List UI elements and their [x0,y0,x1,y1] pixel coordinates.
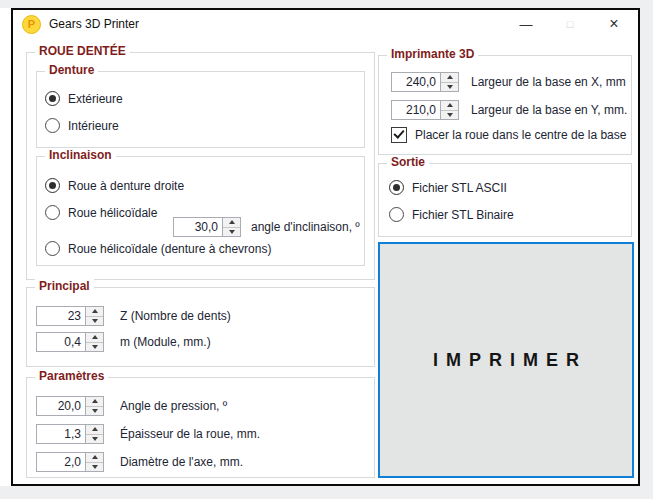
spin-up-icon[interactable] [441,101,458,111]
radio-icon [45,118,60,133]
spinner-value[interactable]: 240,0 [391,72,440,92]
window-title: Gears 3D Printer [49,17,139,31]
spinner-label: Z (Nombre de dents) [120,309,231,323]
spin-up-icon[interactable] [223,218,240,228]
module-spinner[interactable]: 0,4 [36,332,104,352]
spin-up-icon[interactable] [86,425,103,435]
spinner-label: Largeur de la base en Y, mm. [471,103,627,117]
spinner-value[interactable]: 0,4 [36,332,85,352]
base-x-spinner[interactable]: 240,0 [391,72,459,92]
spin-up-icon[interactable] [86,453,103,463]
group-denture-title: Denture [45,63,98,77]
radio-icon [45,241,60,256]
spinner-value[interactable]: 210,0 [391,100,440,120]
checkbox-icon [391,127,407,143]
radio-label: Roue hélicoïdale [68,206,157,220]
spinner-value[interactable]: 23 [36,306,85,326]
maximize-icon: □ [548,10,592,38]
spin-down-icon[interactable] [86,343,103,352]
field-module: 0,4 m (Module, mm.) [36,332,211,352]
group-principal-title: Principal [35,279,94,293]
spin-down-icon[interactable] [441,111,458,120]
field-base-x: 240,0 Largeur de la base en X, mm [391,72,626,92]
field-angle-pression: 20,0 Angle de pression, º [36,396,227,416]
titlebar: P Gears 3D Printer — □ × [13,10,638,38]
group-parametres-title: Paramètres [35,369,108,383]
field-nombre-dents: 23 Z (Nombre de dents) [36,306,231,326]
checkbox-centre-base[interactable]: Placer la roue dans le centre de la base [391,127,626,143]
spinner-value[interactable]: 30,0 [173,217,222,237]
angle-inclinaison-row: 30,0 angle d'inclinaison, º [173,217,360,237]
spinner-label: Angle de pression, º [120,399,227,413]
spin-down-icon[interactable] [86,407,103,416]
radio-icon [45,91,60,106]
radio-label: Roue hélicoïdale (denture à chevrons) [68,242,271,256]
diametre-axe-spinner[interactable]: 2,0 [36,452,104,472]
angle-pression-spinner[interactable]: 20,0 [36,396,104,416]
background-strip [0,8,11,486]
radio-icon [45,205,60,220]
field-epaisseur: 1,3 Épaisseur de la roue, mm. [36,424,260,444]
group-imprimante: Imprimante 3D 240,0 Largeur de la base e… [378,55,632,155]
spin-down-icon[interactable] [441,83,458,92]
radio-icon [45,178,60,193]
spinner-label: Épaisseur de la roue, mm. [120,427,260,441]
spin-up-icon[interactable] [86,333,103,343]
radio-icon [389,207,404,222]
radio-stl-binaire[interactable]: Fichier STL Binaire [389,207,514,222]
radio-exterieure[interactable]: Extérieure [45,91,123,106]
base-y-spinner[interactable]: 210,0 [391,100,459,120]
spin-down-icon[interactable] [86,463,103,472]
spinner-label: angle d'inclinaison, º [251,220,360,234]
group-sortie: Sortie Fichier STL ASCII Fichier STL Bin… [378,163,632,237]
app-window: P Gears 3D Printer — □ × ROUE DENTÉE Den… [0,0,653,499]
radio-label: Fichier STL ASCII [412,181,507,195]
spinner-value[interactable]: 2,0 [36,452,85,472]
checkbox-label: Placer la roue dans le centre de la base [415,128,626,142]
spin-down-icon[interactable] [223,228,240,237]
radio-label: Extérieure [68,92,123,106]
spinner-label: Largeur de la base en X, mm [471,75,626,89]
close-icon[interactable]: × [592,10,636,38]
radio-stl-ascii[interactable]: Fichier STL ASCII [389,180,507,195]
imprimer-button[interactable]: IMPRIMER [378,242,634,478]
spinner-label: m (Module, mm.) [120,335,211,349]
radio-label: Roue à denture droite [68,179,184,193]
spinner-value[interactable]: 20,0 [36,396,85,416]
spinner-value[interactable]: 1,3 [36,424,85,444]
radio-label: Intérieure [68,119,119,133]
angle-inclinaison-spinner[interactable]: 30,0 [173,217,241,237]
spin-up-icon[interactable] [441,73,458,83]
imprimer-button-label: IMPRIMER [425,350,587,371]
spin-down-icon[interactable] [86,435,103,444]
radio-interieure[interactable]: Intérieure [45,118,119,133]
radio-denture-droite[interactable]: Roue à denture droite [45,178,184,193]
nombre-dents-spinner[interactable]: 23 [36,306,104,326]
app-icon-letter: P [28,18,35,30]
group-inclinaison-title: Inclinaison [45,148,116,162]
spin-down-icon[interactable] [86,317,103,326]
spinner-label: Diamètre de l'axe, mm. [120,455,243,469]
group-principal: Principal 23 Z (Nombre de dents) 0,4 m (… [26,287,375,367]
radio-chevrons[interactable]: Roue hélicoïdale (denture à chevrons) [45,241,271,256]
minimize-icon[interactable]: — [504,10,548,38]
radio-label: Fichier STL Binaire [412,208,514,222]
group-inclinaison: Inclinaison Roue à denture droite Roue h… [36,156,365,266]
group-roue-dentee-title: ROUE DENTÉE [35,44,130,58]
group-denture: Denture Extérieure Intérieure [36,71,365,148]
radio-icon [389,180,404,195]
spin-up-icon[interactable] [86,397,103,407]
radio-helicoidale[interactable]: Roue hélicoïdale [45,205,157,220]
window-controls: — □ × [504,10,638,38]
spin-up-icon[interactable] [86,307,103,317]
field-diametre-axe: 2,0 Diamètre de l'axe, mm. [36,452,243,472]
field-base-y: 210,0 Largeur de la base en Y, mm. [391,100,627,120]
epaisseur-spinner[interactable]: 1,3 [36,424,104,444]
app-icon: P [22,15,41,34]
group-imprimante-title: Imprimante 3D [387,47,478,61]
group-parametres: Paramètres 20,0 Angle de pression, º 1,3… [26,377,375,478]
group-sortie-title: Sortie [387,155,429,169]
